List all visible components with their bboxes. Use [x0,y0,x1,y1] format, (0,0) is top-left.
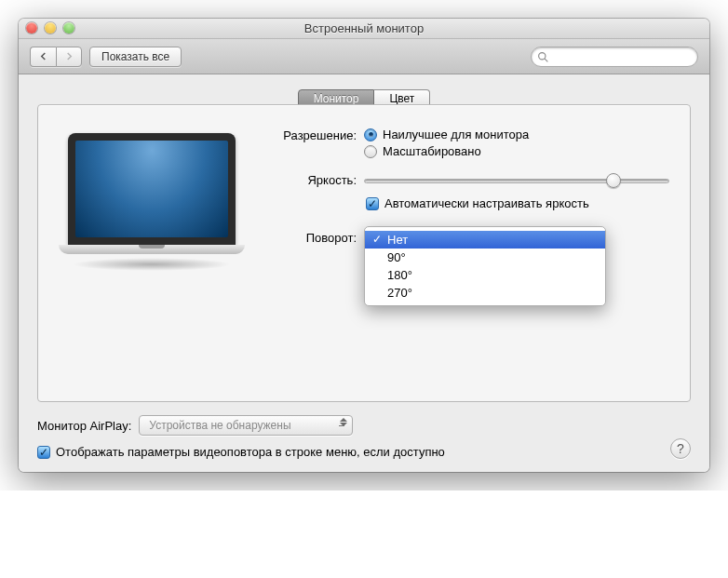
resolution-label: Разрешение: [271,128,364,142]
resolution-best-label: Наилучшее для монитора [383,128,529,141]
zoom-button[interactable] [63,22,74,34]
resolution-row: Разрешение: Наилучшее для монитора Масшт… [271,128,669,161]
resolution-scaled-label: Масштабировано [383,144,481,158]
checkbox-icon: ✓ [366,197,379,210]
back-button[interactable] [30,47,56,67]
titlebar: Встроенный монитор [19,19,709,39]
search-icon [537,51,549,63]
settings-column: Разрешение: Наилучшее для монитора Масшт… [271,128,669,271]
content: Монитор Цвет Разрешение: [19,74,709,472]
resolution-best-option[interactable]: Наилучшее для монитора [364,128,669,141]
chevron-left-icon [39,52,47,60]
rotation-option-90[interactable]: 90° [365,249,605,266]
slider-thumb-icon[interactable] [606,173,621,188]
nav-group [30,47,82,67]
checkmark-icon: ✓ [372,233,382,246]
brightness-label: Яркость: [271,172,364,187]
show-all-button[interactable]: Показать все [89,47,182,67]
traffic-lights [19,22,74,34]
airplay-label: Монитор AirPlay: [37,419,131,433]
chevron-right-icon [65,52,74,60]
mirror-checkbox-row[interactable]: ✓ Отображать параметры видеоповтора в ст… [37,445,691,459]
checkbox-icon: ✓ [37,446,50,459]
rotation-option-270[interactable]: 270° [365,284,605,302]
window-title: Встроенный монитор [19,21,709,35]
close-button[interactable] [26,22,37,34]
radio-icon [364,145,377,158]
toolbar: Показать все [19,39,709,74]
airplay-value: Устройства не обнаружены [149,419,290,432]
resolution-scaled-option[interactable]: Масштабировано [364,144,669,158]
rotation-menu: ✓ Нет 90° 180° 270° [364,226,606,306]
help-icon: ? [677,441,684,456]
svg-line-1 [545,59,547,61]
help-button[interactable]: ? [670,438,691,459]
updown-arrows-icon [340,418,347,426]
forward-button[interactable] [56,47,82,67]
bottom-area: Монитор AirPlay: Устройства не обнаружен… [37,415,691,459]
brightness-row: Яркость: ✓ Автоматически настраивать ярк… [271,172,669,213]
mirror-label: Отображать параметры видеоповтора в стро… [56,445,445,459]
settings-panel: Разрешение: Наилучшее для монитора Масшт… [37,104,691,402]
rotation-row: Поворот: ✓ Нет 90° 180° [271,230,669,245]
brightness-slider[interactable] [364,172,669,189]
airplay-row: Монитор AirPlay: Устройства не обнаружен… [37,415,691,436]
laptop-screen-icon [68,133,236,245]
rotation-label: Поворот: [271,230,364,245]
rotation-option-180[interactable]: 180° [365,266,605,284]
radio-icon [364,128,377,141]
device-illustration [59,128,245,271]
minimize-button[interactable] [45,22,56,34]
search-field[interactable] [531,47,698,67]
auto-brightness-label: Автоматически настраивать яркость [384,196,589,210]
preferences-window: Встроенный монитор Показать все Монитор … [19,19,709,472]
airplay-popup[interactable]: Устройства не обнаружены [139,415,353,436]
auto-brightness-checkbox[interactable]: ✓ Автоматически настраивать яркость [366,196,669,210]
svg-point-0 [539,52,546,59]
rotation-option-none[interactable]: ✓ Нет [365,231,605,249]
search-input[interactable] [554,49,690,64]
